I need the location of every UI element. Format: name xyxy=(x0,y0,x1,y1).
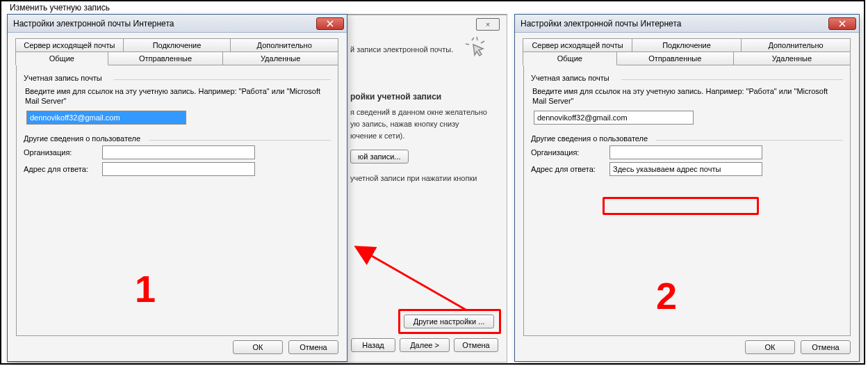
org-label: Организация: xyxy=(531,148,604,157)
titlebar: Настройки электронной почты Интернета xyxy=(8,15,347,33)
reply-address-input[interactable] xyxy=(609,162,762,176)
highlight-reply-field xyxy=(603,197,759,215)
organization-input[interactable] xyxy=(102,145,255,159)
tab-outgoing[interactable]: Сервер исходящей почты xyxy=(15,38,124,51)
tabs-top: Сервер исходящей почты Подключение Допол… xyxy=(523,38,851,51)
bg-text3: ючение к сети). xyxy=(350,131,496,141)
bg-hint-text: й записи электронной почты. xyxy=(350,45,496,63)
parent-window-title: Изменить учетную запись xyxy=(7,1,507,15)
group-account: Учетная запись почты xyxy=(24,74,102,82)
cancel-button[interactable]: Отмена xyxy=(801,340,851,354)
dialog-title: Настройки электронной почты Интернета xyxy=(13,19,174,29)
bg-text4: учетной записи при нажатии кнопки xyxy=(350,173,496,184)
tab-advanced[interactable]: Дополнительно xyxy=(230,38,338,51)
reply-label: Адрес для ответа: xyxy=(531,165,604,173)
back-button[interactable]: Назад xyxy=(351,338,395,352)
tab-sent[interactable]: Отправленные xyxy=(108,51,224,65)
dialog-body: Сервер исходящей почты Подключение Допол… xyxy=(8,33,347,361)
close-icon[interactable]: × xyxy=(476,18,500,31)
tab-connection[interactable]: Подключение xyxy=(123,38,231,51)
annotation-2: 2 xyxy=(656,274,677,317)
more-settings-button[interactable]: Другие настройки ... xyxy=(404,315,494,328)
bg-heading: ройки учетной записи xyxy=(350,92,496,102)
titlebar: Настройки электронной почты Интернета xyxy=(515,15,859,33)
close-icon xyxy=(839,20,846,27)
dialog-buttons: ОК Отмена xyxy=(745,340,851,354)
tab-sheet: Учетная запись почты Введите имя для ссы… xyxy=(16,65,338,336)
bg-hint-main: ройки учетной записи я сведений в данном… xyxy=(350,92,496,191)
bg-text2: ую запись, нажав кнопку снизу xyxy=(350,119,496,129)
group-other: Другие сведения о пользователе xyxy=(24,134,140,143)
parent-bottom-buttons: Назад Далее > Отмена xyxy=(351,338,498,352)
tab-advanced[interactable]: Дополнительно xyxy=(741,38,851,51)
account-name-input[interactable] xyxy=(534,111,694,125)
tab-general[interactable]: Общие xyxy=(523,51,617,65)
instruction-text: Введите имя для ссылок на эту учетную за… xyxy=(532,86,842,106)
settings-dialog-1: Настройки электронной почты Интернета Се… xyxy=(7,14,347,362)
tab-outgoing[interactable]: Сервер исходящей почты xyxy=(523,38,632,51)
reply-address-input[interactable] xyxy=(102,162,255,176)
settings-dialog-2: Настройки электронной почты Интернета Се… xyxy=(514,14,860,362)
tab-sheet: Учетная запись почты Введите имя для ссы… xyxy=(523,65,851,336)
tab-deleted[interactable]: Удаленные xyxy=(222,51,338,65)
instruction-text: Введите имя для ссылок на эту учетную за… xyxy=(25,86,329,106)
account-name-input[interactable] xyxy=(26,111,186,125)
close-icon xyxy=(327,20,334,27)
cancel-button[interactable]: Отмена xyxy=(288,340,338,354)
reply-row: Адрес для ответа: xyxy=(24,162,331,176)
next-button[interactable]: Далее > xyxy=(400,338,450,352)
ok-button[interactable]: ОК xyxy=(745,340,795,354)
tab-general[interactable]: Общие xyxy=(15,51,108,65)
ok-button[interactable]: ОК xyxy=(233,340,283,354)
tabs-bottom: Общие Отправленные Удаленные xyxy=(16,51,338,65)
dialog-buttons: ОК Отмена xyxy=(233,340,338,354)
close-button[interactable] xyxy=(828,17,856,30)
tabs-top: Сервер исходящей почты Подключение Допол… xyxy=(16,38,338,51)
dialog-title: Настройки электронной почты Интернета xyxy=(521,19,681,29)
bg-line1: й записи электронной почты. xyxy=(350,45,496,55)
cancel-button[interactable]: Отмена xyxy=(454,338,498,352)
annotation-1: 1 xyxy=(135,267,156,310)
tabs-bottom: Общие Отправленные Удаленные xyxy=(523,51,851,65)
reply-label: Адрес для ответа: xyxy=(24,165,97,173)
org-label: Организация: xyxy=(24,148,97,157)
reply-row: Адрес для ответа: xyxy=(531,162,843,176)
group-other: Другие сведения о пользователе xyxy=(531,134,648,143)
org-row: Организация: xyxy=(531,145,843,159)
tab-sent[interactable]: Отправленные xyxy=(616,51,734,65)
tab-deleted[interactable]: Удаленные xyxy=(733,51,851,65)
bg-text1: я сведений в данном окне желательно xyxy=(350,107,496,118)
tab-connection[interactable]: Подключение xyxy=(632,38,742,51)
account-settings-button[interactable]: юй записи... xyxy=(350,150,409,164)
organization-input[interactable] xyxy=(609,145,762,159)
close-button[interactable] xyxy=(316,17,344,30)
dialog-body: Сервер исходящей почты Подключение Допол… xyxy=(515,33,859,361)
org-row: Организация: xyxy=(24,145,331,159)
group-account: Учетная запись почты xyxy=(531,74,609,82)
